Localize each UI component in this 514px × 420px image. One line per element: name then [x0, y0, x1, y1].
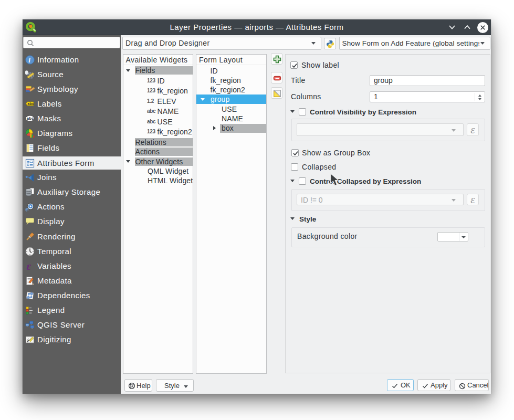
svg-text:abc: abc	[27, 116, 34, 121]
svg-text:ε: ε	[27, 261, 32, 271]
svg-text:i: i	[28, 56, 30, 64]
svg-text:abc: abc	[28, 102, 34, 106]
